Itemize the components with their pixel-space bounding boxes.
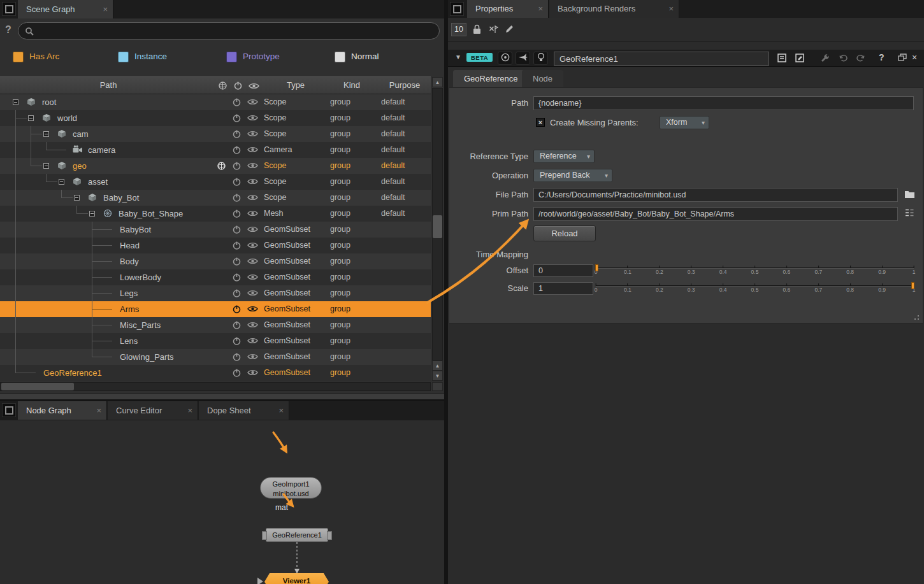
power-icon[interactable] [232, 113, 242, 125]
expander-icon[interactable] [13, 99, 18, 105]
scroll-down-button[interactable]: ▼ [432, 371, 443, 381]
power-icon[interactable] [232, 352, 242, 364]
scene-graph-row[interactable]: BabyBotGeomSubsetgroup [0, 222, 431, 238]
power-icon[interactable] [232, 161, 242, 173]
power-icon[interactable] [232, 368, 242, 380]
eye-icon[interactable] [247, 353, 258, 362]
scene-graph-row[interactable]: LowerBodyGeomSubsetgroup [0, 269, 431, 285]
target-icon[interactable] [498, 52, 512, 65]
eye-icon[interactable] [247, 289, 258, 299]
power-icon[interactable] [232, 145, 242, 157]
scene-graph-row[interactable]: LensGeomSubsetgroup [0, 333, 431, 349]
scene-graph-row[interactable]: LegsGeomSubsetgroup [0, 285, 431, 301]
search-bar[interactable] [18, 22, 440, 39]
horizontal-scrollbar-thumb[interactable] [1, 383, 74, 390]
help-icon[interactable]: ? [5, 24, 11, 36]
eye-icon[interactable] [247, 369, 258, 378]
tab-dope-sheet[interactable]: Dope Sheet × [199, 401, 289, 420]
power-icon[interactable] [232, 225, 242, 236]
scene-graph-row[interactable]: geoScopegroupdefault [0, 158, 431, 174]
offset-field[interactable] [533, 264, 593, 277]
eye-icon[interactable] [247, 114, 258, 124]
path-field[interactable] [533, 96, 914, 110]
node-graph-canvas[interactable]: GeoImport1 minibot.usd mat GeoReference1… [0, 420, 444, 584]
power-icon[interactable] [232, 288, 242, 300]
scene-graph-row[interactable]: ArmsGeomSubsetgroup [0, 301, 431, 317]
power-icon[interactable] [232, 97, 242, 109]
scene-graph-row[interactable]: assetScopegroupdefault [0, 174, 431, 190]
power-icon[interactable] [232, 193, 242, 204]
pencil-icon[interactable] [505, 24, 514, 36]
eye-icon[interactable] [247, 98, 258, 108]
redo-icon[interactable] [856, 53, 866, 66]
scene-graph-row[interactable]: HeadGeomSubsetgroup [0, 238, 431, 253]
tab-scene-graph[interactable]: Scene Graph × [18, 0, 113, 18]
scene-graph-row[interactable]: worldScopegroupdefault [0, 110, 431, 126]
scene-graph-row[interactable]: rootScopegroupdefault [0, 94, 431, 110]
eye-icon[interactable] [247, 162, 258, 171]
scene-graph-picker-icon[interactable] [902, 207, 917, 221]
float-panel-icon[interactable] [898, 53, 907, 64]
create-missing-parents-checkbox[interactable]: × [536, 118, 545, 127]
scroll-up-button-bottom[interactable]: ▲ [432, 360, 443, 371]
panel-menu-icon[interactable] [2, 2, 16, 16]
eye-icon[interactable] [247, 130, 258, 139]
power-icon[interactable] [232, 257, 242, 268]
power-icon[interactable] [232, 273, 242, 284]
frame-value[interactable]: 10 [451, 23, 466, 36]
scene-graph-row[interactable]: Glowing_PartsGeomSubsetgroup [0, 349, 431, 365]
panel-splitter[interactable] [0, 393, 444, 399]
expander-icon[interactable] [43, 131, 49, 137]
power-icon[interactable] [232, 336, 242, 348]
arc-column-icon[interactable] [218, 81, 227, 92]
close-icon[interactable]: × [912, 52, 917, 62]
create-missing-parents-dropdown[interactable]: Xform ▾ [660, 116, 709, 129]
eye-icon[interactable] [247, 337, 258, 346]
expander-icon[interactable] [74, 195, 80, 201]
close-icon[interactable]: × [668, 0, 674, 18]
lock-icon[interactable] [472, 24, 482, 37]
scene-graph-row[interactable]: cameraCameragroupdefault [0, 142, 431, 158]
close-icon[interactable]: × [278, 401, 284, 420]
scene-graph-row[interactable]: BodyGeomSubsetgroup [0, 253, 431, 269]
scene-graph-row[interactable]: GeoReference1GeomSubsetgroup [0, 365, 431, 381]
eye-icon[interactable] [247, 305, 258, 315]
close-icon[interactable]: × [96, 401, 101, 420]
expander-icon[interactable] [59, 179, 64, 185]
panel-menu-icon[interactable] [2, 403, 16, 417]
clear-state-icon[interactable] [488, 24, 498, 37]
disclosure-triangle-icon[interactable]: ▼ [455, 53, 461, 61]
tab-background-renders[interactable]: Background Renders × [549, 0, 679, 18]
eye-icon[interactable] [247, 225, 258, 235]
parameter-view-icon[interactable] [777, 53, 788, 66]
scene-graph-row[interactable]: Baby_Bot_ShapeMeshgroupdefault [0, 206, 431, 222]
eye-icon[interactable] [247, 146, 258, 155]
scroll-up-button[interactable]: ▲ [432, 77, 443, 87]
power-icon[interactable] [232, 320, 242, 332]
power-icon[interactable] [232, 241, 242, 252]
power-icon[interactable] [232, 177, 242, 189]
parameter-edit-icon[interactable] [795, 53, 806, 66]
viewer-node[interactable]: Viewer1 [264, 573, 329, 584]
eye-column-icon[interactable] [249, 82, 259, 92]
eye-icon[interactable] [247, 273, 258, 283]
eye-icon[interactable] [247, 194, 258, 203]
close-icon[interactable]: × [187, 401, 192, 420]
file-path-field[interactable] [533, 188, 898, 202]
search-input[interactable] [38, 24, 433, 38]
scene-graph-row[interactable]: camScopegroupdefault [0, 126, 431, 142]
expander-icon[interactable] [28, 115, 34, 121]
panel-menu-icon[interactable] [450, 2, 464, 16]
scale-field[interactable] [533, 282, 593, 295]
operation-dropdown[interactable]: Prepend Back ▾ [533, 169, 612, 182]
node-name-field[interactable] [554, 52, 769, 66]
eye-icon[interactable] [247, 210, 258, 219]
offset-slider[interactable]: 00.10.20.30.40.50.60.70.80.91 [596, 263, 914, 277]
eye-icon[interactable] [247, 257, 258, 267]
tab-georeference[interactable]: GeoReference [453, 70, 529, 87]
close-icon[interactable]: × [103, 0, 108, 18]
reference-type-dropdown[interactable]: Reference ▾ [533, 150, 595, 163]
tab-node[interactable]: Node [522, 70, 563, 87]
eye-icon[interactable] [247, 178, 258, 187]
power-icon[interactable] [232, 129, 242, 141]
